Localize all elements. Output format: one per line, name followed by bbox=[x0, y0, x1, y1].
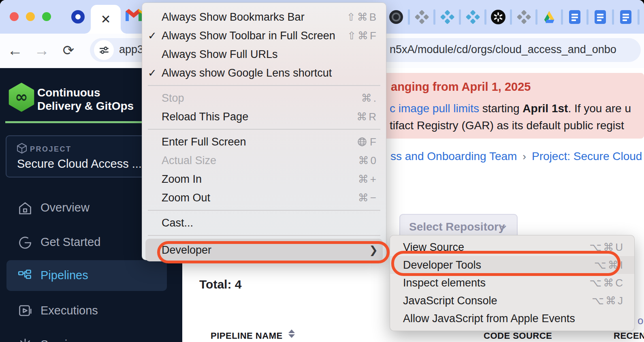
tab-google-drive[interactable] bbox=[537, 11, 561, 24]
harness-cd-logo: ∞ bbox=[8, 83, 35, 112]
tab-close-icon[interactable]: ✕ bbox=[100, 13, 111, 26]
check-icon: ✓ bbox=[148, 67, 162, 79]
tab-google-docs[interactable] bbox=[614, 10, 638, 24]
sidebar-item-pipelines[interactable]: Pipelines bbox=[0, 263, 182, 288]
browser-window: ✕ bbox=[0, 0, 644, 342]
module-title: Continuous Delivery & GitOps bbox=[37, 86, 134, 113]
view-menu: Always Show Bookmarks Bar ⇧⌘B ✓ Always S… bbox=[142, 2, 386, 260]
project-cube-icon bbox=[17, 143, 27, 154]
menu-item-always-show-full-urls[interactable]: Always Show Full URLs bbox=[142, 45, 386, 64]
sort-icon[interactable] bbox=[288, 329, 295, 338]
tab-google-docs[interactable] bbox=[589, 10, 612, 24]
link-fragment[interactable]: on bbox=[638, 314, 644, 327]
sidebar-item-services[interactable]: Services bbox=[0, 333, 182, 342]
breadcrumb: ss and Onboarding Team›Project: Secure C… bbox=[390, 150, 644, 163]
home-icon bbox=[18, 201, 32, 216]
menu-item-zoom-in[interactable]: Zoom In ⌘+ bbox=[142, 170, 386, 188]
services-gear-icon bbox=[18, 338, 32, 342]
tab-favicon-ring[interactable] bbox=[71, 10, 85, 24]
window-close-button[interactable] bbox=[10, 12, 19, 21]
window-maximize-button[interactable] bbox=[42, 12, 51, 21]
project-name: Secure Cloud Access ... bbox=[17, 157, 142, 171]
check-icon: ✓ bbox=[148, 30, 162, 42]
project-label: PROJECT bbox=[30, 145, 72, 154]
banner-heading: anging from April 1, 2025 bbox=[391, 80, 531, 94]
sidebar-item-executions[interactable]: Executions bbox=[0, 299, 182, 323]
reload-button[interactable]: ⟳ bbox=[59, 37, 78, 64]
menu-separator bbox=[148, 235, 380, 236]
url-text-left: app3 bbox=[119, 43, 143, 56]
get-started-icon bbox=[18, 235, 32, 250]
menu-item-stop: Stop ⌘. bbox=[142, 89, 386, 107]
back-button[interactable]: ← bbox=[6, 37, 24, 64]
window-minimize-button[interactable] bbox=[26, 12, 35, 21]
chevron-down-icon: ⌄ bbox=[499, 217, 509, 231]
pipelines-icon bbox=[18, 269, 32, 283]
menu-item-always-show-bookmarks-bar[interactable]: Always Show Bookmarks Bar ⇧⌘B bbox=[142, 8, 386, 26]
menu-item-cast[interactable]: Cast... bbox=[142, 214, 386, 232]
tab-diamond-gray[interactable] bbox=[410, 10, 433, 24]
menu-item-inspect-elements[interactable]: Inspect elements ⌥⌘C bbox=[390, 274, 634, 292]
tab-separator bbox=[638, 9, 640, 25]
globe-icon bbox=[357, 137, 367, 147]
url-text-right: n5xA/module/cd/orgs/cloud_access_and_onb… bbox=[390, 43, 616, 56]
site-settings-icon[interactable] bbox=[94, 40, 114, 60]
active-tab[interactable]: ✕ bbox=[91, 5, 121, 34]
menu-item-always-show-google-lens[interactable]: ✓ Always show Google Lens shortcut bbox=[142, 64, 386, 82]
tab-google-docs[interactable] bbox=[563, 10, 586, 24]
menu-separator bbox=[148, 210, 380, 211]
forward-button[interactable]: → bbox=[32, 37, 51, 64]
executions-icon bbox=[18, 304, 32, 318]
column-header-recent[interactable]: RECENT bbox=[614, 331, 644, 341]
total-count: Total: 4 bbox=[199, 278, 241, 291]
submenu-chevron-icon: ❯ bbox=[369, 244, 378, 256]
column-header-pipeline-name[interactable]: PIPELINE NAME bbox=[211, 331, 283, 341]
menu-item-developer-tools[interactable]: Developer Tools ⌥⌘I bbox=[390, 256, 634, 274]
menu-item-enter-full-screen[interactable]: Enter Full Screen F bbox=[142, 133, 386, 151]
banner-line2: tifact Registry (GAR) as its default pub… bbox=[390, 119, 624, 132]
tab-diamond-gray[interactable] bbox=[512, 10, 535, 24]
menu-item-view-source[interactable]: View Source ⌥⌘U bbox=[390, 238, 634, 256]
menu-item-javascript-console[interactable]: JavaScript Console ⌥⌘J bbox=[390, 292, 634, 310]
menu-item-always-show-toolbar-fullscreen[interactable]: ✓ Always Show Toolbar in Full Screen ⇧⌘F bbox=[142, 26, 386, 45]
breadcrumb-team-link[interactable]: ss and Onboarding Team bbox=[390, 150, 517, 162]
breadcrumb-separator-icon: › bbox=[517, 150, 532, 162]
menu-item-zoom-out[interactable]: Zoom Out ⌘− bbox=[142, 188, 386, 207]
tab-curve bbox=[121, 27, 127, 34]
tab-chatgpt[interactable] bbox=[486, 9, 510, 25]
menu-separator bbox=[148, 129, 380, 130]
gmail-tab-icon[interactable] bbox=[125, 8, 143, 22]
breadcrumb-project-link[interactable]: Project: Secure Cloud Acc bbox=[532, 150, 644, 162]
banner-line1: c image pull limits starting April 1st. … bbox=[390, 102, 631, 115]
tab-dark-app[interactable] bbox=[384, 10, 408, 24]
menu-item-developer[interactable]: Developer ❯ bbox=[145, 239, 383, 261]
menu-separator bbox=[148, 85, 380, 86]
menu-item-reload-this-page[interactable]: Reload This Page ⌘R bbox=[142, 107, 386, 126]
developer-submenu: View Source ⌥⌘U Developer Tools ⌥⌘I Insp… bbox=[390, 235, 635, 331]
column-header-code-source[interactable]: CODE SOURCE bbox=[484, 331, 552, 341]
svg-text:∞: ∞ bbox=[15, 88, 28, 106]
menu-item-actual-size: Actual Size ⌘0 bbox=[142, 151, 386, 170]
tab-diamond-blue[interactable] bbox=[461, 10, 484, 24]
menu-item-allow-javascript-apple-events[interactable]: Allow JavaScript from Apple Events bbox=[390, 310, 634, 327]
tab-diamond-blue[interactable] bbox=[435, 10, 459, 24]
favicon-tab-row bbox=[384, 5, 640, 29]
banner-link[interactable]: c image pull limits bbox=[390, 102, 479, 115]
tab-curve bbox=[84, 27, 91, 34]
